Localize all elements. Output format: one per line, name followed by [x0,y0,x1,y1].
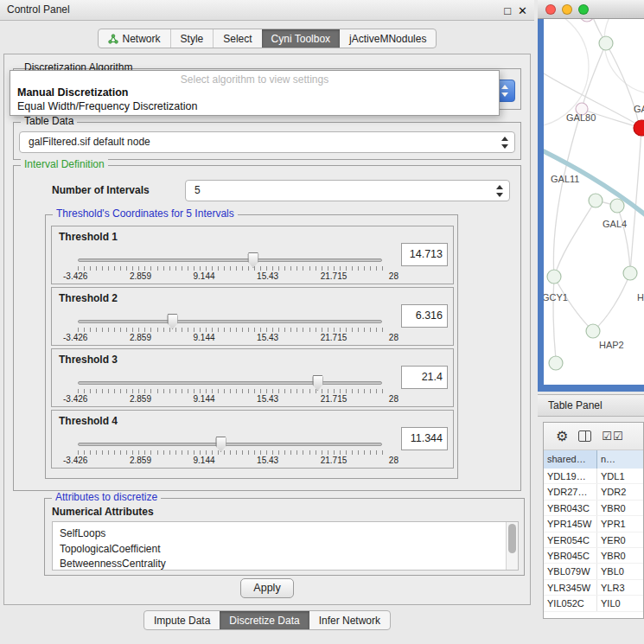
dropdown-option-equal-width-frequency[interactable]: Equal Width/Frequency Discretization [10,99,499,113]
scale-tick-label: 21.715 [321,333,348,342]
threshold-4-slider[interactable] [78,443,382,446]
close-icon[interactable]: ✕ [518,4,527,17]
threshold-3-value-field[interactable]: 21.4 [401,366,448,389]
number-of-intervals-select[interactable]: 5 [185,180,510,201]
panel-title: Control Panel [7,0,70,20]
threshold-2-slider[interactable] [78,320,382,323]
threshold-4-value-field[interactable]: 11.344 [401,427,448,450]
slider-ticks [78,328,383,332]
table-cell: YIL0 [597,596,643,610]
table-cell: YBR0 [597,501,643,515]
tab-jactivemnodules[interactable]: jActiveMNodules [340,29,436,48]
threshold-1-slider[interactable] [78,258,382,262]
float-window-icon[interactable]: □ [504,4,511,17]
scrollbar-thumb[interactable] [508,524,516,553]
network-view-window: GAL80 GA GAL11 GAL4 GCY1 HAP2 H [538,0,644,392]
attribute-list-item[interactable]: BetweennessCentrality [53,557,518,571]
scale-tick-label: -3.426 [63,271,87,281]
table-cell: YBL079W [544,564,597,578]
threshold-label: Threshold 2 [59,292,118,304]
table-body: YDL19…YDL1YDR27…YDR2YBR043CYBR0YPR145WYP… [544,469,643,618]
threshold-1-value-field[interactable]: 14.713 [401,243,448,266]
threshold-3-panel: Threshold 3 -3.4262.8599.14415.4321.7152… [51,348,454,407]
select-columns-checkbox-icons[interactable]: ☑☑ [602,430,623,442]
tab-label: Impute Data [154,615,210,627]
thresholds-coordinates-group: Threshold's Coordinates for 5 Intervals … [45,214,458,479]
threshold-2-value-field[interactable]: 6.316 [401,304,448,328]
table-cell: YPR1 [597,516,643,531]
threshold-2-panel: Threshold 2 -3.4262.8599.14415.4321.7152… [51,287,454,346]
table-row[interactable]: YLR345WYLR3 [544,580,643,596]
scale-tick-label: 2.859 [130,394,151,404]
tab-label: Network [123,33,161,45]
dropdown-option-manual-discretization[interactable]: Manual Discretization [10,86,499,99]
table-data-select[interactable]: galFiltered.sif default node [19,131,515,153]
numerical-attributes-label: Numerical Attributes [52,506,154,518]
minimize-traffic-light[interactable] [562,4,572,15]
cyni-toolbox-panel: Discretization Algorithm Select algorith… [3,54,531,605]
combo-arrows-icon [496,185,504,197]
network-window-titlebar [538,0,644,19]
node-label-gal4: GAL4 [603,219,627,229]
table-row[interactable]: YBL079WYBL0 [544,564,643,579]
scrollbar[interactable] [506,522,518,570]
number-of-intervals-value: 5 [194,184,201,196]
table-cell: YPR145W [544,516,597,531]
column-header-name[interactable]: n… [597,450,643,469]
table-row[interactable]: YPR145WYPR1 [544,516,643,532]
apply-button[interactable]: Apply [240,578,294,598]
table-row[interactable]: YER054CYER0 [544,532,643,548]
scale-tick-label: 28 [389,271,399,281]
scale-tick-label: 21.715 [321,271,348,281]
table-cell: YLR3 [597,580,643,595]
threshold-label: Threshold 4 [59,415,118,427]
tab-style[interactable]: Style [170,29,214,48]
threshold-3-slider[interactable] [78,381,382,385]
gear-icon[interactable]: ⚙ [556,430,568,443]
table-cell: YLR345W [544,580,597,595]
table-cell: YBR0 [597,548,643,563]
table-data-selected-value: galFiltered.sif default node [29,136,150,148]
selected-red-node [634,120,644,136]
table-cell: YDL1 [597,469,643,483]
column-header-shared[interactable]: shared… [544,450,597,469]
control-panel-titlebar: Control Panel □ ✕ [0,0,534,21]
group-title: Threshold's Coordinates for 5 Intervals [53,207,238,220]
table-cell: YDL19… [544,469,597,483]
table-row[interactable]: YDL19…YDL1 [544,469,643,484]
scale-tick-label: 21.715 [321,456,348,465]
tab-impute-data[interactable]: Impute Data [144,611,220,629]
combo-arrows-icon [501,85,509,97]
zoom-traffic-light[interactable] [578,4,589,15]
control-panel: Control Panel □ ✕ Network Style [0,0,534,644]
slider-ticks [78,450,383,455]
dropdown-placeholder-option[interactable]: Select algorithm to view settings [10,71,499,86]
scale-tick-label: 28 [389,456,399,465]
node-table-window: ⚙ ☑☑ shared… n… YDL19…YDL1YDR27…YDR2YBR0… [543,422,644,619]
table-row[interactable]: YDR27…YDR2 [544,484,643,500]
close-traffic-light[interactable] [545,4,556,15]
tab-discretize-data[interactable]: Discretize Data [220,611,309,629]
top-tab-bar: Network Style Select Cyni Toolbox jActiv… [0,29,534,48]
tab-cyni-toolbox[interactable]: Cyni Toolbox [262,29,340,48]
table-row[interactable]: YBR045CYBR0 [544,548,643,564]
scale-tick-label: 21.715 [321,394,348,404]
numerical-attributes-list[interactable]: SelfLoopsTopologicalCoefficientBetweenne… [52,521,519,571]
tab-select[interactable]: Select [213,29,261,48]
group-title: Table Data [21,115,77,127]
attribute-list-item[interactable]: TopologicalCoefficient [53,542,518,558]
threshold-label: Threshold 1 [59,231,118,243]
slider-scale: -3.4262.8599.14415.4321.71528 [63,456,399,465]
bottom-tab-bar: Impute Data Discretize Data Infer Networ… [0,610,534,630]
combo-arrows-icon [501,137,509,149]
scale-tick-label: 9.144 [194,456,215,465]
attribute-list-item[interactable]: SelfLoops [53,526,518,542]
tab-infer-network[interactable]: Infer Network [309,611,390,629]
scale-tick-label: -3.426 [63,394,87,404]
table-row[interactable]: YBR043CYBR0 [544,501,643,516]
tab-network[interactable]: Network [99,29,170,48]
columns-icon[interactable] [578,430,591,442]
table-row[interactable]: YIL052CYIL0 [544,596,643,611]
network-canvas[interactable]: GAL80 GA GAL11 GAL4 GCY1 HAP2 H [544,19,644,385]
table-panel-header[interactable]: Table Panel [538,394,644,417]
